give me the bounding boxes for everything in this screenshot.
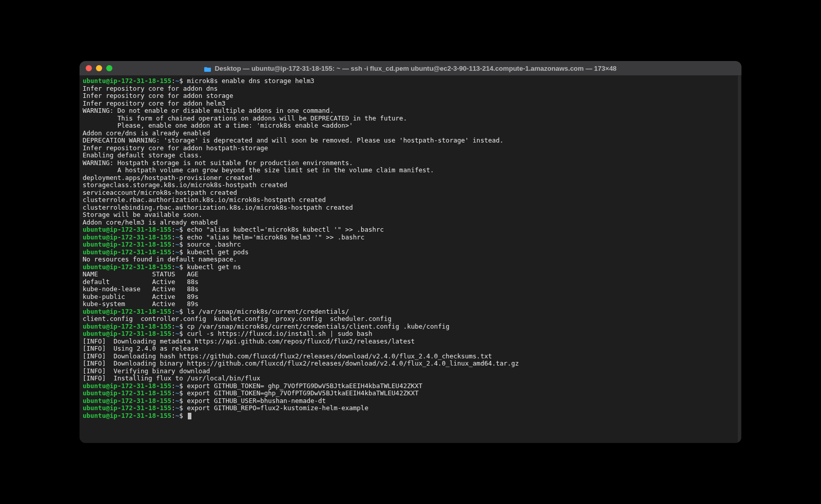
terminal-line: ubuntu@ip-172-31-18-155:~$ ls /var/snap/… xyxy=(83,308,738,316)
terminal-line: [INFO] Downloading hash https://github.c… xyxy=(83,353,738,360)
scrollbar-thumb[interactable] xyxy=(738,75,741,443)
prompt-user-host: ubuntu@ip-172-31-18-155 xyxy=(83,263,171,271)
output-text: WARNING: Hostpath storage is not suitabl… xyxy=(83,159,353,167)
cursor xyxy=(188,413,191,419)
terminal-line: ubuntu@ip-172-31-18-155:~$ echo "alias h… xyxy=(83,234,738,241)
prompt-sep: : xyxy=(171,248,175,256)
prompt-symbol: $ xyxy=(179,389,187,397)
output-text: Infer repository core for addon hostpath… xyxy=(83,144,268,152)
terminal-content[interactable]: ubuntu@ip-172-31-18-155:~$ microk8s enab… xyxy=(83,77,738,419)
command-text: source .bashrc xyxy=(187,240,241,248)
command-text: export GITHUB_REPO=flux2-kustomize-helm-… xyxy=(187,404,368,412)
window-title: Desktop — ubuntu@ip-172-31-18-155: ~ — s… xyxy=(112,65,709,72)
terminal-line: ubuntu@ip-172-31-18-155:~$ export GITHUB… xyxy=(83,390,738,397)
output-text: serviceaccount/microk8s-hostpath created xyxy=(83,189,237,196)
terminal-line: No resources found in default namespace. xyxy=(83,256,738,264)
terminal-line: [INFO] Downloading metadata https://api.… xyxy=(83,338,738,346)
prompt-user-host: ubuntu@ip-172-31-18-155 xyxy=(83,412,171,419)
terminal-line: [INFO] Downloading binary https://github… xyxy=(83,360,738,368)
terminal-line: ubuntu@ip-172-31-18-155:~$ kubectl get n… xyxy=(83,264,738,271)
prompt-user-host: ubuntu@ip-172-31-18-155 xyxy=(83,77,171,85)
prompt-symbol: $ xyxy=(179,412,187,419)
terminal-line: ubuntu@ip-172-31-18-155:~$ cp /var/snap/… xyxy=(83,323,738,331)
output-text: kube-node-lease Active 88s xyxy=(83,285,199,293)
output-text: client.config controller.config kubelet.… xyxy=(83,315,392,322)
terminal-line: Infer repository core for addon storage xyxy=(83,92,738,100)
prompt-user-host: ubuntu@ip-172-31-18-155 xyxy=(83,226,171,233)
output-text: No resources found in default namespace. xyxy=(83,255,237,263)
output-text: [INFO] Downloading hash https://github.c… xyxy=(83,352,492,360)
terminal-line: clusterrole.rbac.authorization.k8s.io/mi… xyxy=(83,196,738,204)
prompt-user-host: ubuntu@ip-172-31-18-155 xyxy=(83,233,171,241)
zoom-button[interactable] xyxy=(106,65,112,71)
output-text: Enabling default storage class. xyxy=(83,151,202,159)
prompt-sep: : xyxy=(171,412,175,419)
terminal-line: Addon core/dns is already enabled xyxy=(83,130,738,137)
terminal-line: ubuntu@ip-172-31-18-155:~$ export GITHUB… xyxy=(83,382,738,390)
command-text: echo "alias kubectl='microk8s kubectl '"… xyxy=(187,226,384,233)
command-text: export GITHUB_TOKEN= ghp_7VOfPTG9DwV5BJt… xyxy=(187,382,422,390)
output-text: [INFO] Installing flux to /usr/local/bin… xyxy=(83,374,260,382)
prompt-symbol: $ xyxy=(179,330,187,337)
terminal-line: ubuntu@ip-172-31-18-155:~$ source .bashr… xyxy=(83,241,738,249)
prompt-sep: : xyxy=(171,308,175,315)
scrollbar[interactable] xyxy=(738,75,741,443)
prompt-user-host: ubuntu@ip-172-31-18-155 xyxy=(83,389,171,397)
terminal-body[interactable]: ubuntu@ip-172-31-18-155:~$ microk8s enab… xyxy=(80,75,741,443)
terminal-line: This form of chained operations on addon… xyxy=(83,115,738,123)
terminal-line: kube-public Active 89s xyxy=(83,293,738,301)
prompt-sep: : xyxy=(171,77,175,85)
prompt-sep: : xyxy=(171,330,175,337)
terminal-line: ubuntu@ip-172-31-18-155:~$ export GITHUB… xyxy=(83,397,738,405)
command-text: kubectl get pods xyxy=(187,248,248,256)
output-text: [INFO] Downloading metadata https://api.… xyxy=(83,337,415,345)
terminal-line: Storage will be available soon. xyxy=(83,211,738,219)
command-text: ls /var/snap/microk8s/current/credential… xyxy=(187,308,349,315)
output-text: clusterrole.rbac.authorization.k8s.io/mi… xyxy=(83,196,326,204)
prompt-user-host: ubuntu@ip-172-31-18-155 xyxy=(83,308,171,315)
terminal-line: storageclass.storage.k8s.io/microk8s-hos… xyxy=(83,182,738,189)
prompt-sep: : xyxy=(171,226,175,233)
prompt-sep: : xyxy=(171,322,175,330)
terminal-line: default Active 88s xyxy=(83,278,738,286)
close-button[interactable] xyxy=(86,65,92,71)
window-title-text: Desktop — ubuntu@ip-172-31-18-155: ~ — s… xyxy=(214,65,616,72)
command-text: kubectl get ns xyxy=(187,263,241,271)
output-text: Addon core/dns is already enabled xyxy=(83,129,210,137)
prompt-symbol: $ xyxy=(179,404,187,412)
output-text: NAME STATUS AGE xyxy=(83,270,199,278)
output-text: [INFO] Downloading binary https://github… xyxy=(83,359,519,367)
terminal-line: [INFO] Verifying binary download xyxy=(83,368,738,375)
terminal-line: ubuntu@ip-172-31-18-155:~$ export GITHUB… xyxy=(83,405,738,412)
terminal-line: Infer repository core for addon dns xyxy=(83,85,738,93)
prompt-symbol: $ xyxy=(179,308,187,315)
terminal-line: clusterrolebinding.rbac.authorization.k8… xyxy=(83,204,738,212)
terminal-line: kube-node-lease Active 88s xyxy=(83,286,738,293)
prompt-symbol: $ xyxy=(179,263,187,271)
prompt-symbol: $ xyxy=(179,77,187,85)
prompt-user-host: ubuntu@ip-172-31-18-155 xyxy=(83,382,171,390)
terminal-line: Please, enable one addon at a time: 'mic… xyxy=(83,122,738,130)
output-text: A hostpath volume can grow beyond the si… xyxy=(83,166,434,174)
prompt-sep: : xyxy=(171,389,175,397)
output-text: Storage will be available soon. xyxy=(83,211,202,218)
terminal-line: NAME STATUS AGE xyxy=(83,271,738,278)
terminal-line: kube-system Active 89s xyxy=(83,300,738,308)
command-text: microk8s enable dns storage helm3 xyxy=(187,77,314,85)
output-text: kube-public Active 89s xyxy=(83,293,199,300)
terminal-line: ubuntu@ip-172-31-18-155:~$ microk8s enab… xyxy=(83,77,738,85)
minimize-button[interactable] xyxy=(96,65,102,71)
output-text: kube-system Active 89s xyxy=(83,300,199,308)
prompt-symbol: $ xyxy=(179,382,187,390)
prompt-user-host: ubuntu@ip-172-31-18-155 xyxy=(83,322,171,330)
command-text: cp /var/snap/microk8s/current/credential… xyxy=(187,322,449,330)
prompt-user-host: ubuntu@ip-172-31-18-155 xyxy=(83,397,171,405)
traffic-lights xyxy=(86,65,112,71)
terminal-line: Infer repository core for addon helm3 xyxy=(83,100,738,108)
terminal-line: deployment.apps/hostpath-provisioner cre… xyxy=(83,174,738,182)
prompt-sep: : xyxy=(171,397,175,405)
output-text: default Active 88s xyxy=(83,278,199,286)
terminal-line: ubuntu@ip-172-31-18-155:~$ curl -s https… xyxy=(83,330,738,338)
output-text: WARNING: Do not enable or disable multip… xyxy=(83,107,334,114)
command-text: echo "alias helm='microk8s helm3 '" >> .… xyxy=(187,233,364,241)
